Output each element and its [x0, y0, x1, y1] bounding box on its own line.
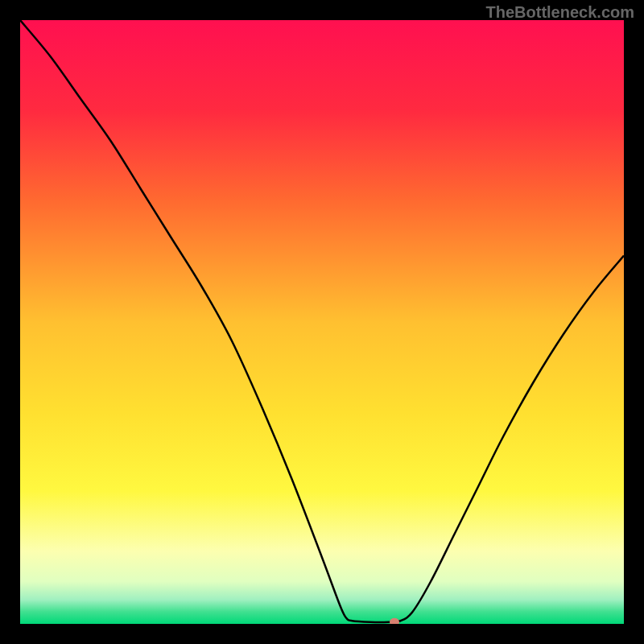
chart-container: TheBottleneck.com — [0, 0, 644, 644]
chart-svg — [20, 20, 624, 624]
watermark-text: TheBottleneck.com — [486, 3, 634, 22]
plot-area — [20, 20, 624, 624]
gradient-background — [20, 20, 624, 624]
